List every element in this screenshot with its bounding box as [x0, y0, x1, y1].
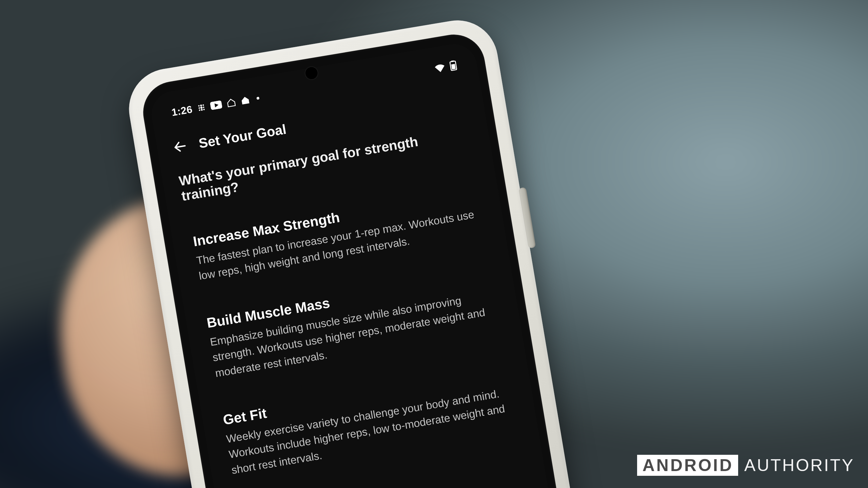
battery-icon — [449, 60, 457, 71]
home-outline-icon — [225, 97, 236, 108]
wifi-icon — [434, 63, 446, 73]
svg-rect-11 — [451, 64, 456, 70]
watermark-brand-rest: AUTHORITY — [744, 455, 854, 475]
svg-point-7 — [201, 109, 203, 111]
svg-point-5 — [203, 106, 204, 108]
youtube-icon — [210, 100, 222, 110]
watermark: ANDROID AUTHORITY — [637, 455, 854, 476]
svg-point-2 — [202, 104, 204, 106]
home-icon — [240, 95, 251, 106]
svg-point-6 — [199, 109, 200, 111]
arrow-left-icon — [172, 138, 189, 155]
app-bar-title: Set Your Goal — [198, 121, 288, 151]
goal-option-list: Increase Max Strength The fastest plan t… — [170, 168, 540, 488]
svg-point-3 — [198, 107, 200, 109]
fitbit-icon — [196, 103, 206, 113]
svg-point-8 — [203, 109, 205, 110]
status-dot — [256, 97, 259, 100]
status-bar-right — [434, 60, 457, 74]
watermark-brand-box: ANDROID — [637, 455, 738, 476]
svg-point-4 — [200, 106, 202, 109]
status-time: 1:26 — [171, 103, 193, 118]
svg-point-0 — [198, 105, 200, 107]
svg-rect-12 — [451, 60, 454, 62]
back-button[interactable] — [169, 136, 191, 157]
svg-point-1 — [200, 104, 202, 106]
